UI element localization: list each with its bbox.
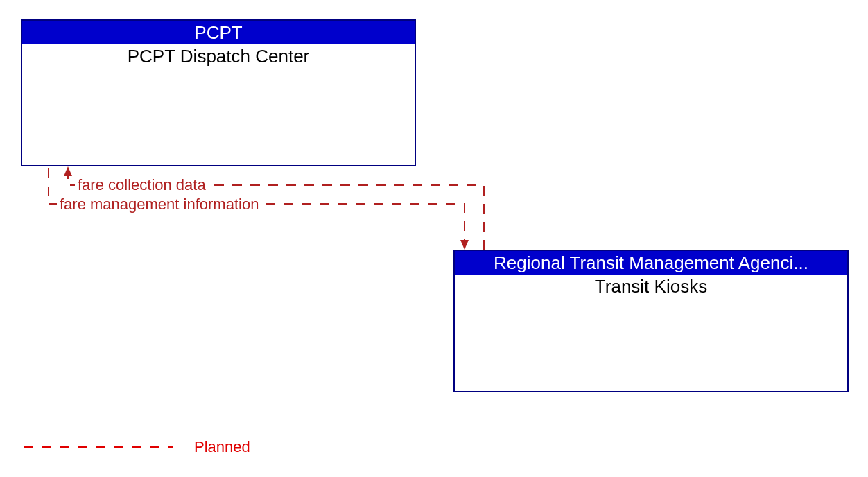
node-kiosks-body: Transit Kiosks bbox=[455, 275, 847, 297]
node-pcpt-header: PCPT bbox=[22, 21, 415, 44]
node-kiosks: Regional Transit Management Agenci... Tr… bbox=[453, 250, 849, 392]
flow-fare-collection-label: fare collection data bbox=[75, 176, 209, 194]
node-kiosks-header: Regional Transit Management Agenci... bbox=[455, 251, 847, 275]
flow-fare-collection-arrow bbox=[64, 166, 72, 176]
flow-fare-management-label: fare management information bbox=[57, 196, 261, 214]
node-pcpt-body: PCPT Dispatch Center bbox=[22, 44, 415, 67]
legend-planned-label: Planned bbox=[194, 438, 250, 456]
node-pcpt: PCPT PCPT Dispatch Center bbox=[21, 19, 416, 166]
flow-fare-management-arrow bbox=[460, 240, 469, 250]
